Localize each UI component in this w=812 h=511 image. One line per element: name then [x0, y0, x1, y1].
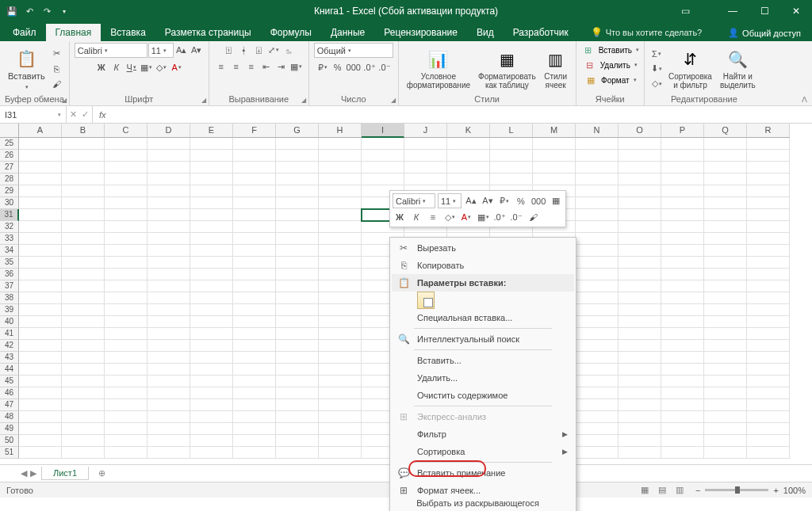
maximize-icon[interactable]: ☐ [749, 0, 780, 22]
cell[interactable] [747, 257, 790, 269]
undo-icon[interactable]: ↶ [22, 4, 36, 18]
cell[interactable] [619, 411, 661, 423]
row-header[interactable]: 44 [0, 364, 19, 376]
cell[interactable] [147, 174, 190, 185]
mini-bold-button[interactable]: Ж [393, 210, 407, 224]
cell[interactable] [62, 280, 105, 292]
cell[interactable] [661, 233, 704, 245]
cell[interactable] [704, 197, 747, 209]
format-cells-label[interactable]: Формат [599, 76, 632, 85]
cell[interactable] [19, 399, 62, 411]
cell[interactable] [661, 209, 704, 221]
row-header[interactable]: 45 [0, 376, 19, 387]
row-header[interactable]: 36 [0, 269, 19, 280]
cell[interactable] [147, 376, 190, 387]
qat-dropdown-icon[interactable]: ▾ [57, 4, 71, 18]
row-header[interactable]: 28 [0, 174, 19, 185]
cell[interactable] [19, 328, 62, 340]
row-header[interactable]: 50 [0, 435, 19, 447]
decrease-indent-icon[interactable]: ⇤ [259, 59, 274, 74]
row-header[interactable]: 51 [0, 447, 19, 459]
cell[interactable] [19, 447, 62, 459]
cell[interactable] [105, 257, 147, 269]
cell[interactable] [619, 138, 661, 150]
cell[interactable] [576, 245, 619, 257]
cell[interactable] [190, 174, 233, 185]
mini-inc-decimal-icon[interactable]: .0⁺ [492, 210, 507, 224]
cell[interactable] [576, 364, 619, 376]
cell[interactable] [147, 138, 190, 150]
cell[interactable] [105, 376, 147, 387]
percent-format-icon[interactable]: % [331, 60, 345, 74]
column-header[interactable]: L [490, 124, 533, 138]
cell[interactable] [105, 352, 147, 364]
cell[interactable] [105, 162, 147, 174]
cell[interactable] [619, 340, 661, 352]
cell[interactable] [19, 423, 62, 435]
normal-view-icon[interactable]: ▦ [637, 484, 653, 497]
align-bottom-icon[interactable]: ⍗ [251, 43, 266, 57]
cell[interactable] [619, 162, 661, 174]
cell[interactable] [747, 138, 790, 150]
cell[interactable] [147, 233, 190, 245]
cell[interactable] [233, 447, 276, 459]
cell[interactable] [190, 340, 233, 352]
tab-file[interactable]: Файл [3, 24, 46, 41]
cell[interactable] [105, 387, 147, 399]
tab-review[interactable]: Рецензирование [374, 24, 467, 41]
cell[interactable] [233, 150, 276, 162]
conditional-formatting-button[interactable]: 📊Условное форматирование [404, 46, 473, 91]
cell[interactable] [704, 364, 747, 376]
cell[interactable] [105, 209, 147, 221]
cell[interactable] [619, 269, 661, 280]
cell[interactable] [619, 209, 661, 221]
cell[interactable] [661, 411, 704, 423]
cell[interactable] [19, 197, 62, 209]
cell[interactable] [576, 162, 619, 174]
cell[interactable] [362, 162, 404, 174]
cell[interactable] [319, 185, 362, 197]
decrease-decimal-icon[interactable]: .0⁻ [377, 60, 392, 74]
increase-font-icon[interactable]: A▴ [174, 44, 189, 58]
mini-merge-icon[interactable]: ▦ [549, 194, 563, 208]
cell[interactable] [19, 292, 62, 304]
tab-formulas[interactable]: Формулы [261, 24, 321, 41]
next-sheet-icon[interactable]: ▶ [30, 468, 36, 479]
align-right-icon[interactable]: ≡ [244, 59, 259, 74]
cell[interactable] [319, 162, 362, 174]
cell[interactable] [576, 435, 619, 447]
cell[interactable] [661, 162, 704, 174]
cell[interactable] [19, 245, 62, 257]
cell[interactable] [490, 162, 533, 174]
cell[interactable] [319, 387, 362, 399]
cell[interactable] [319, 269, 362, 280]
cell[interactable] [233, 435, 276, 447]
cell[interactable] [447, 150, 490, 162]
cell[interactable] [576, 269, 619, 280]
cell[interactable] [190, 399, 233, 411]
cell[interactable] [19, 185, 62, 197]
cell[interactable] [62, 245, 105, 257]
fx-icon[interactable]: fx [93, 110, 113, 120]
cell[interactable] [619, 292, 661, 304]
mini-font-combo[interactable]: Calibri▾ [393, 193, 435, 208]
cell[interactable] [747, 209, 790, 221]
column-header[interactable]: C [105, 124, 147, 138]
tab-developer[interactable]: Разработчик [504, 24, 578, 41]
close-icon[interactable]: ✕ [780, 0, 812, 22]
cell[interactable] [233, 304, 276, 316]
cell[interactable] [661, 185, 704, 197]
cell[interactable] [576, 447, 619, 459]
cell[interactable] [576, 316, 619, 328]
cell[interactable] [147, 185, 190, 197]
cell[interactable] [62, 185, 105, 197]
cell[interactable] [576, 340, 619, 352]
cell[interactable] [276, 162, 319, 174]
cell[interactable] [233, 292, 276, 304]
paste-button[interactable]: 📋 Вставить▾ [5, 45, 48, 91]
cell[interactable] [747, 174, 790, 185]
cell[interactable] [747, 376, 790, 387]
cell[interactable] [19, 174, 62, 185]
cell[interactable] [19, 364, 62, 376]
cell[interactable] [319, 138, 362, 150]
